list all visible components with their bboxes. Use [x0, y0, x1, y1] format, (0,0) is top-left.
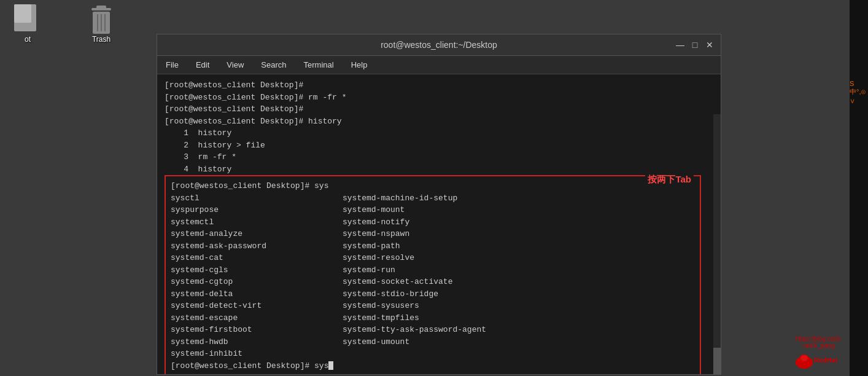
title-bar-controls: — □ ✕: [675, 40, 715, 50]
comp-r12: systemd-tty-ask-password-agent: [343, 324, 564, 336]
comp-l6: systemd-cat: [171, 252, 343, 264]
terminal-history-4: 4 history: [165, 163, 713, 176]
comp-l10: systemd-detect-virt: [171, 300, 343, 312]
comp-r8: systemd-socket-activate: [343, 276, 564, 288]
terminal-cmd-sys: [root@westos_client Desktop]# sys: [171, 180, 695, 192]
trash-icon-label: Trash: [92, 35, 110, 44]
terminal-scrollbar[interactable]: [713, 114, 721, 374]
terminal-window: root@westos_client:~/Desktop — □ ✕ File …: [157, 34, 721, 375]
menu-edit[interactable]: Edit: [192, 59, 213, 71]
comp-l8: systemd-cgtop: [171, 276, 343, 288]
redhat-url: https://blog.csdn.net/X_pang: [794, 335, 843, 349]
comp-r7: systemd-run: [343, 264, 564, 276]
right-panel: S中°,⊙ ∨: [850, 0, 868, 376]
comp-l2: syspurpose: [171, 204, 343, 216]
terminal-history-2: 2 history > file: [165, 139, 713, 152]
scrollbar-thumb[interactable]: [713, 348, 721, 374]
redhat-logo-area: RedHat: [794, 350, 843, 370]
terminal-line-3: [root@westos_client Desktop]#: [165, 103, 713, 116]
comp-r1: systemd-machine-id-setup: [343, 192, 564, 205]
close-button[interactable]: ✕: [705, 40, 715, 50]
redhat-area: https://blog.csdn.net/X_pang RedHat: [794, 335, 843, 370]
comp-l9: systemd-delta: [171, 288, 343, 300]
comp-l14: systemd-inhibit: [171, 348, 343, 360]
comp-r5: systemd-path: [343, 240, 564, 253]
file-icon-shape: [13, 3, 42, 33]
svg-point-10: [800, 355, 808, 361]
comp-r3: systemd-notify: [343, 216, 564, 229]
title-bar: root@westos_client:~/Desktop — □ ✕: [157, 34, 721, 56]
terminal-line-1: [root@westos_client Desktop]#: [165, 79, 713, 92]
comp-r9: systemd-stdio-bridge: [343, 288, 564, 300]
completion-col-left: sysctl syspurpose systemctl systemd-anal…: [171, 192, 343, 360]
terminal-line-2: [root@westos_client Desktop]# rm -fr *: [165, 92, 713, 104]
file-icon-label: ot: [25, 35, 31, 44]
comp-r2: systemd-mount: [343, 204, 564, 216]
comp-l7: systemd-cgls: [171, 264, 343, 276]
desktop: ot Trash root@westos_client:~/Desktop —: [0, 0, 868, 376]
last-prompt: [root@westos_client Desktop]# sys: [171, 360, 328, 372]
highlight-section: 按两下Tab [root@westos_client Desktop]# sys…: [165, 175, 701, 374]
comp-l1: sysctl: [171, 192, 343, 205]
completion-col-right: systemd-machine-id-setup systemd-mount s…: [343, 192, 564, 360]
comp-l4: systemd-analyze: [171, 228, 343, 240]
comp-l5: systemd-ask-password: [171, 240, 343, 253]
svg-rect-1: [14, 4, 31, 23]
trash-icon-shape: [87, 3, 116, 33]
menu-view[interactable]: View: [223, 59, 247, 71]
file-desktop-icon[interactable]: ot: [3, 3, 52, 44]
terminal-title: root@westos_client:~/Desktop: [381, 40, 497, 50]
last-prompt-line: [root@westos_client Desktop]# sys: [171, 360, 695, 372]
menu-help[interactable]: Help: [347, 59, 371, 71]
comp-l3: systemctl: [171, 216, 343, 229]
terminal-history-1: 1 history: [165, 127, 713, 139]
sogou-icon: S中°,⊙ ∨: [850, 80, 867, 106]
annotation-text: 按两下Tab: [645, 174, 694, 186]
menu-terminal[interactable]: Terminal: [300, 59, 338, 71]
terminal-content[interactable]: [root@westos_client Desktop]# [root@west…: [157, 74, 721, 374]
comp-l11: systemd-escape: [171, 312, 343, 324]
comp-r11: systemd-tmpfiles: [343, 312, 564, 324]
menu-file[interactable]: File: [162, 59, 182, 71]
trash-desktop-icon[interactable]: Trash: [77, 3, 126, 44]
svg-rect-3: [96, 6, 106, 9]
comp-r4: systemd-nspawn: [343, 228, 564, 240]
terminal-line-4: [root@westos_client Desktop]# history: [165, 116, 713, 128]
menu-bar: File Edit View Search Terminal Help: [157, 56, 721, 74]
tab-completion: sysctl syspurpose systemctl systemd-anal…: [171, 192, 695, 360]
comp-r13: systemd-umount: [343, 336, 564, 348]
comp-r6: systemd-resolve: [343, 252, 564, 264]
comp-r10: systemd-sysusers: [343, 300, 564, 312]
comp-l13: systemd-hwdb: [171, 336, 343, 348]
redhat-label: RedHat: [814, 356, 838, 364]
menu-search[interactable]: Search: [257, 59, 290, 71]
terminal-cursor: [328, 361, 333, 370]
comp-l12: systemd-firstboot: [171, 324, 343, 336]
terminal-history-3: 3 rm -fr *: [165, 151, 713, 163]
minimize-button[interactable]: —: [675, 40, 685, 50]
redhat-logo-icon: [794, 350, 814, 370]
maximize-button[interactable]: □: [690, 40, 700, 50]
